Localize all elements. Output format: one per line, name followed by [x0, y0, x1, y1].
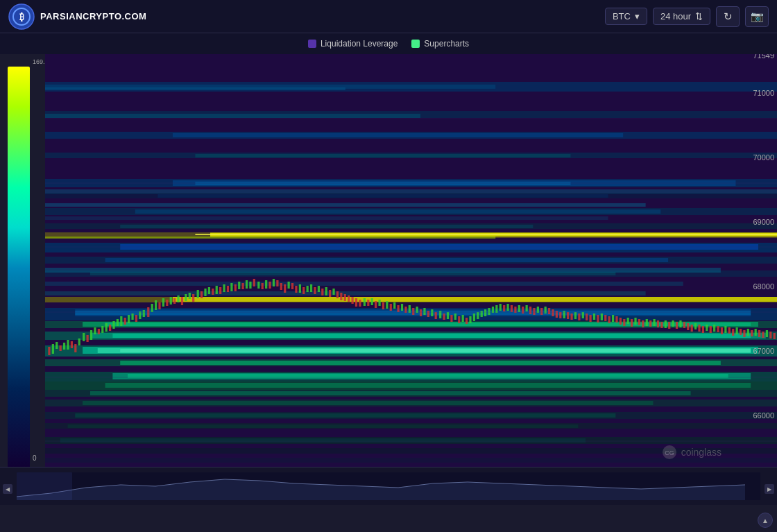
svg-rect-36 [173, 297, 777, 302]
svg-rect-108 [173, 298, 176, 304]
svg-rect-242 [679, 320, 681, 327]
svg-rect-200 [522, 307, 524, 314]
mini-chart-svg [17, 472, 760, 500]
svg-rect-184 [462, 315, 464, 322]
svg-rect-88 [98, 329, 100, 334]
svg-rect-137 [284, 284, 286, 293]
svg-rect-253 [721, 327, 723, 334]
svg-rect-140 [295, 286, 297, 293]
svg-rect-180 [447, 312, 449, 319]
svg-rect-136 [280, 283, 282, 290]
svg-rect-141 [299, 284, 301, 293]
logo-area: ₿ PARSIANCRYPTO.COM [8, 3, 146, 30]
svg-rect-63 [60, 438, 586, 443]
svg-rect-245 [691, 325, 693, 332]
coinglass-icon: CG [662, 445, 677, 460]
svg-rect-151 [336, 291, 339, 298]
btc-selector[interactable]: BTC ▾ [605, 8, 647, 25]
svg-rect-190 [484, 309, 486, 316]
legend: Liquidation Leverage Supercharts [0, 33, 777, 54]
svg-rect-209 [556, 311, 558, 318]
svg-rect-208 [552, 309, 554, 316]
svg-rect-255 [728, 327, 731, 334]
svg-rect-171 [412, 308, 414, 315]
svg-rect-96 [128, 315, 130, 323]
svg-rect-153 [344, 294, 346, 301]
svg-rect-75 [48, 347, 50, 355]
svg-rect-278 [17, 472, 72, 500]
svg-rect-70 [45, 282, 683, 286]
svg-rect-186 [469, 316, 471, 323]
time-chevron-icon: ⇅ [695, 11, 703, 22]
svg-rect-117 [208, 287, 210, 294]
refresh-button[interactable]: ↻ [716, 6, 740, 27]
svg-rect-125 [238, 282, 240, 289]
svg-rect-114 [197, 290, 199, 298]
svg-rect-210 [559, 312, 561, 318]
svg-rect-163 [382, 302, 384, 309]
svg-rect-59 [75, 413, 615, 418]
svg-rect-73 [195, 234, 777, 235]
camera-button[interactable]: 📷 [745, 6, 769, 27]
svg-rect-233 [646, 319, 648, 326]
svg-rect-29 [105, 258, 669, 262]
mini-scroll-left-button[interactable]: ◀ [3, 484, 12, 494]
svg-rect-251 [713, 325, 715, 332]
svg-rect-232 [642, 320, 644, 327]
svg-rect-202 [529, 307, 531, 314]
logo-text: PARSIANCRYPTO.COM [40, 11, 146, 22]
svg-rect-167 [397, 305, 399, 312]
svg-rect-69 [45, 268, 721, 273]
svg-rect-86 [90, 330, 92, 340]
svg-rect-85 [87, 335, 89, 342]
svg-rect-126 [241, 283, 244, 289]
svg-rect-221 [601, 314, 603, 320]
svg-rect-198 [514, 307, 516, 313]
svg-rect-7 [45, 87, 345, 90]
svg-rect-220 [597, 315, 599, 323]
svg-rect-92 [112, 321, 114, 329]
svg-rect-145 [314, 287, 316, 294]
svg-rect-61 [67, 424, 578, 428]
svg-rect-127 [246, 280, 248, 289]
svg-rect-227 [623, 319, 625, 326]
svg-rect-42 [112, 334, 751, 338]
mini-scroll-right-button[interactable]: ▶ [765, 484, 774, 494]
svg-rect-185 [466, 318, 468, 324]
chart-wrapper: 169.53M 0 [0, 54, 777, 505]
svg-rect-192 [492, 307, 494, 313]
svg-rect-20 [135, 209, 660, 214]
time-selector[interactable]: 24 hour ⇅ [653, 8, 710, 25]
svg-rect-256 [732, 329, 734, 336]
y-label-66000: 66000 [753, 411, 774, 420]
svg-rect-173 [420, 309, 422, 316]
svg-rect-196 [506, 304, 509, 311]
svg-rect-226 [620, 318, 622, 325]
svg-rect-187 [473, 314, 475, 321]
svg-rect-176 [431, 309, 433, 316]
svg-rect-203 [533, 308, 535, 315]
svg-rect-80 [67, 340, 69, 350]
svg-rect-154 [348, 295, 350, 302]
mini-chart: ◀ ▶ [0, 467, 777, 505]
btc-label: BTC [613, 11, 631, 22]
scroll-up-button[interactable]: ▲ [758, 513, 773, 528]
y-label-71000: 71000 [753, 89, 774, 97]
svg-rect-189 [481, 311, 483, 317]
svg-rect-254 [724, 326, 726, 333]
svg-rect-72 [45, 237, 495, 239]
svg-rect-214 [574, 312, 577, 319]
svg-rect-11 [173, 133, 623, 137]
svg-rect-155 [351, 297, 353, 304]
y-axis: 71549 71000 70000 69000 68000 67000 6600… [735, 54, 777, 484]
svg-rect-152 [340, 293, 342, 300]
svg-rect-177 [435, 312, 437, 319]
svg-text:CG: CG [665, 449, 674, 456]
y-label-70000: 70000 [753, 153, 774, 162]
svg-rect-252 [717, 326, 719, 332]
y-label-69000: 69000 [753, 218, 774, 226]
svg-rect-156 [355, 298, 357, 307]
svg-rect-132 [265, 280, 267, 289]
svg-rect-22 [120, 225, 533, 228]
svg-rect-225 [615, 316, 617, 323]
